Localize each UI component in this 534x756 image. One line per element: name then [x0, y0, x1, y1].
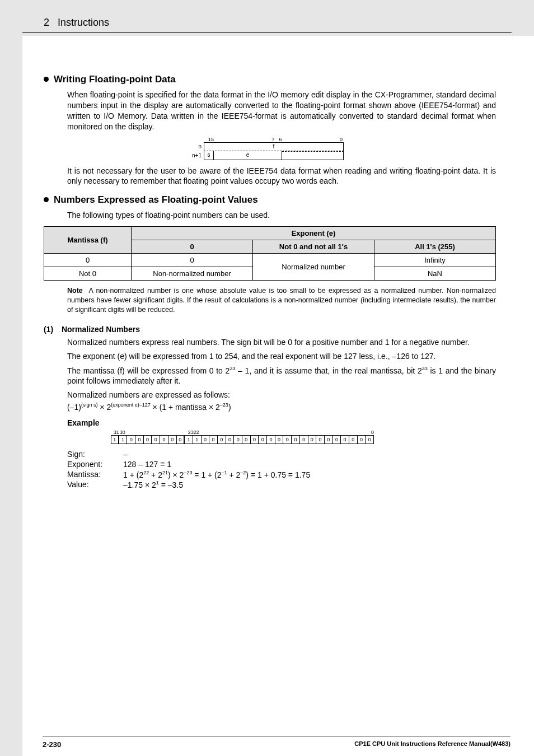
para-numbers-intro: The following types of floating-point nu… [67, 210, 496, 221]
bit-l30: 30 [120, 430, 128, 435]
bit-cell-29: 0 [127, 435, 135, 444]
th-colall1: All 1's (255) [374, 240, 496, 254]
bit-labels: 31 30 23 22 0 [111, 430, 374, 435]
header-rule [22, 32, 512, 33]
bit-cell-19: 0 [209, 435, 218, 444]
bit-cell-24: 0 [168, 435, 177, 444]
bit-cell-30: 1 [119, 435, 128, 444]
th-colnz: Not 0 and not all 1's [253, 240, 374, 254]
chapter-header: 2 Instructions [44, 17, 109, 29]
bit-cell-17: 0 [226, 435, 235, 444]
td-nan: NaN [374, 267, 496, 281]
calc-val-label: Value: [67, 480, 123, 489]
row-label-n: n [186, 143, 204, 150]
bit-cell-16: 0 [234, 435, 242, 444]
td-r2-m: Not 0 [44, 267, 132, 281]
norm-p2: The exponent (e) will be expressed from … [67, 351, 496, 362]
left-margin [0, 0, 22, 756]
bit-label-0: 0 [340, 137, 343, 142]
bit-cell-28: 0 [135, 435, 144, 444]
bit-label-15: 15 [208, 137, 214, 142]
bit-cell-27: 0 [144, 435, 152, 444]
bit-cell-23: 0 [177, 435, 185, 444]
cell-f: f [204, 142, 344, 151]
th-col0: 0 [132, 240, 253, 254]
calc-value: Value: –1.75 × 21 = –3.5 [67, 480, 496, 489]
bit-cell-5: 0 [325, 435, 333, 444]
calc-man-label: Mantissa: [67, 470, 123, 479]
sub-num: (1) [44, 325, 59, 334]
bit-cell-20: 0 [202, 435, 210, 444]
bit-cell-10: 0 [283, 435, 292, 444]
calc-sign-val: – [123, 450, 128, 459]
word-layout-diagram: 15 7 6 0 n f n+1 s e [186, 137, 354, 160]
bit-cell-0: 0 [366, 435, 374, 444]
bit-cell-25: 0 [160, 435, 168, 444]
diagram-bit-labels: 15 7 6 0 [203, 137, 343, 142]
th-mantissa: Mantissa (f) [44, 227, 132, 254]
bit-cells: 11000000011000000000000000000000 [111, 435, 374, 444]
calc-sign-label: Sign: [67, 450, 123, 459]
bit-cell-6: 0 [316, 435, 325, 444]
subsection-normalized: (1) Normalized Numbers [44, 325, 496, 334]
td-r2-c0: Non-normalized number [132, 267, 253, 281]
bit-cell-12: 0 [267, 435, 275, 444]
bit-cell-22: 1 [185, 435, 193, 444]
fp-types-table: Mantissa (f) Exponent (e) 0 Not 0 and no… [44, 226, 496, 281]
cell-e: e [214, 151, 282, 160]
section-heading-numbers: Numbers Expressed as Floating-point Valu… [44, 194, 496, 206]
td-normalized: Normalized number [253, 254, 374, 281]
cell-blank [282, 151, 344, 160]
bit-l0: 0 [366, 430, 374, 435]
content: Writing Floating-point Data When floatin… [44, 66, 496, 491]
bit-cell-31: 1 [111, 435, 119, 444]
th-exponent: Exponent (e) [132, 227, 496, 240]
bit-cell-18: 0 [218, 435, 226, 444]
norm-formula: (–1)(sign s) × 2(exponent e)–127 × (1 + … [67, 402, 496, 413]
chapter-number: 2 [44, 17, 49, 28]
norm-p3: The mantissa (f) will be expressed from … [67, 365, 496, 386]
note-block: Note A non-normalized number is one whos… [67, 286, 496, 315]
para-writing-1: When floating-point is specified for the… [67, 90, 496, 132]
sub-title: Normalized Numbers [62, 325, 140, 334]
bit-cell-14: 0 [251, 435, 259, 444]
norm-p4: Normalized numbers are expressed as foll… [67, 390, 496, 400]
td-r1-m: 0 [44, 254, 132, 267]
footer-rule [43, 736, 510, 736]
bit-cell-1: 0 [358, 435, 366, 444]
bit-cell-8: 0 [300, 435, 308, 444]
calc-val-val: –1.75 × 21 = –3.5 [123, 480, 183, 489]
bit-l31: 31 [111, 430, 120, 435]
page: 2 Instructions Writing Floating-point Da… [0, 0, 534, 756]
calc-exp-label: Exponent: [67, 460, 123, 469]
footer-ref: CP1E CPU Unit Instructions Reference Man… [354, 740, 510, 747]
bit-cell-7: 0 [308, 435, 317, 444]
bit-l23: 23 [185, 430, 194, 435]
bit-cell-3: 0 [341, 435, 349, 444]
bit-cell-13: 0 [259, 435, 267, 444]
section-heading-writing: Writing Floating-point Data [44, 74, 496, 85]
calc-mantissa: Mantissa: 1 + (222 + 221) × 2–23 = 1 + (… [67, 470, 496, 479]
para-writing-2: It is not necessary for the user to be a… [67, 166, 496, 187]
calc-man-val: 1 + (222 + 221) × 2–23 = 1 + (2–1 + 2–2)… [123, 470, 310, 479]
chapter-title: Instructions [58, 17, 109, 28]
bit-l22: 22 [194, 430, 202, 435]
row-label-n1: n+1 [186, 152, 204, 158]
bit-cell-11: 0 [275, 435, 284, 444]
calc-sign: Sign: – [67, 450, 496, 459]
diagram-row-n: n f [186, 142, 354, 151]
note-text: A non-normalized number is one whose abs… [67, 287, 496, 314]
example-bit-strip: 31 30 23 22 0 11000000011000000000000000… [111, 430, 496, 444]
cell-s: s [204, 151, 214, 160]
note-label: Note [67, 287, 83, 295]
calc-exp-val: 128 – 127 = 1 [123, 460, 171, 469]
bit-cell-26: 0 [152, 435, 160, 444]
td-r1-c0: 0 [132, 254, 253, 267]
bit-cell-2: 0 [349, 435, 358, 444]
bit-cell-21: 1 [193, 435, 202, 444]
td-infinity: Infinity [374, 254, 496, 267]
bit-cell-9: 0 [292, 435, 300, 444]
norm-p1: Normalized numbers express real numbers.… [67, 337, 496, 348]
bit-cell-4: 0 [333, 435, 341, 444]
diagram-row-n1: n+1 s e [186, 151, 354, 160]
